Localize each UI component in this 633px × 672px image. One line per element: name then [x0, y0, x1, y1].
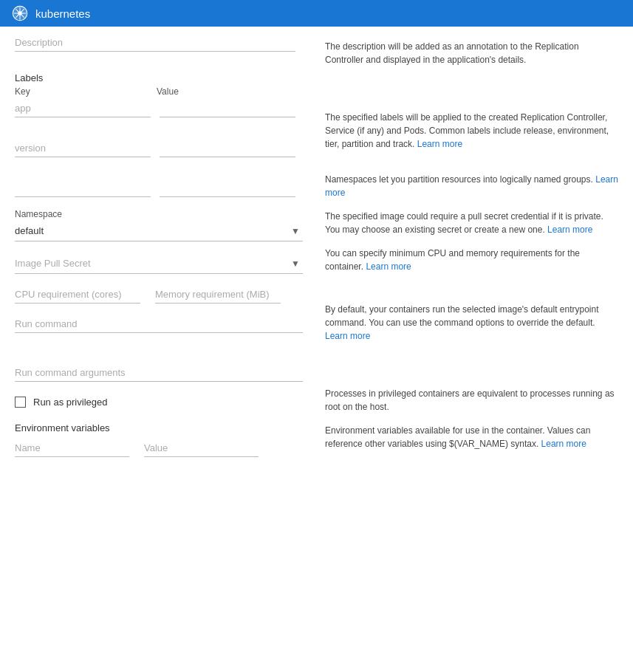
namespace-label: Namespace	[15, 209, 295, 219]
description-info-text: The description will be added as an anno…	[325, 40, 618, 66]
header-title: kubernetes	[35, 7, 90, 20]
label-row-3	[15, 179, 295, 197]
right-panel: The description will be added as an anno…	[310, 27, 633, 481]
image-pull-select-wrapper: Image Pull Secret ▼	[15, 253, 303, 274]
description-group	[15, 34, 295, 64]
label-value-1[interactable]	[160, 100, 295, 117]
run-command-info-text: By default, your containers run the sele…	[325, 303, 618, 343]
pull-secret-info-block: The specified image could require a pull…	[325, 210, 618, 236]
privileged-info-block: Processes in privileged containers are e…	[325, 387, 618, 414]
labels-info-text: The specified labels will be applied to …	[325, 111, 618, 151]
env-vars-section: Environment variables	[15, 422, 295, 457]
run-command-args-section	[15, 342, 295, 382]
label-row-2	[15, 140, 295, 157]
image-pull-secret-select[interactable]: Image Pull Secret	[15, 253, 303, 274]
svg-point-6	[18, 11, 22, 16]
env-vars-info-block: Environment variables available for use …	[325, 424, 618, 450]
cpu-requirement-input[interactable]	[15, 286, 140, 304]
env-vars-learn-more-link[interactable]: Learn more	[541, 439, 586, 449]
env-vars-header: Environment variables	[15, 422, 295, 433]
cpu-mem-learn-more-link[interactable]: Learn more	[366, 261, 411, 272]
env-vars-info-text: Environment variables available for use …	[325, 424, 618, 450]
privileged-info-text: Processes in privileged containers are e…	[325, 387, 618, 414]
kubernetes-logo-icon	[12, 5, 28, 21]
label-key-2[interactable]	[15, 140, 151, 157]
labels-columns-header: Key Value	[15, 86, 295, 97]
image-pull-secret-section: Image Pull Secret ▼	[15, 253, 295, 274]
run-command-section	[15, 315, 295, 333]
labels-value-column-header: Value	[157, 86, 290, 97]
labels-section: Labels Key Value	[15, 72, 295, 197]
label-value-2[interactable]	[160, 140, 295, 157]
run-command-args-input[interactable]	[15, 364, 303, 382]
run-command-info-block: By default, your containers run the sele…	[325, 303, 618, 343]
env-var-name-input[interactable]	[15, 439, 129, 457]
env-vars-row	[15, 439, 295, 457]
run-command-input[interactable]	[15, 315, 303, 333]
run-as-privileged-label: Run as privileged	[33, 397, 107, 408]
namespace-section: Namespace default ▼	[15, 209, 295, 241]
namespace-select[interactable]: default	[15, 221, 303, 241]
labels-key-column-header: Key	[15, 86, 148, 97]
namespace-info-text: Namespaces let you partition resources i…	[325, 173, 618, 199]
memory-requirement-input[interactable]	[155, 286, 281, 304]
run-as-privileged-section: Run as privileged	[15, 397, 295, 408]
cpu-mem-section	[15, 286, 295, 304]
pull-secret-learn-more-link[interactable]: Learn more	[547, 224, 592, 235]
namespace-info-block: Namespaces let you partition resources i…	[325, 173, 618, 199]
labels-learn-more-link[interactable]: Learn more	[417, 139, 462, 149]
description-input[interactable]	[15, 34, 295, 52]
cpu-mem-info-block: You can specify minimum CPU and memory r…	[325, 247, 618, 273]
label-key-3[interactable]	[15, 179, 151, 197]
labels-section-header: Labels	[15, 72, 295, 83]
pull-secret-info-text: The specified image could require a pull…	[325, 210, 618, 236]
left-panel: Labels Key Value Namespace	[0, 27, 310, 481]
label-key-1[interactable]	[15, 100, 151, 117]
description-info-block: The description will be added as an anno…	[325, 40, 618, 66]
app-header: kubernetes	[0, 0, 633, 27]
label-value-3[interactable]	[160, 179, 295, 197]
run-as-privileged-checkbox[interactable]	[15, 397, 26, 408]
cpu-mem-info-text: You can specify minimum CPU and memory r…	[325, 247, 618, 273]
label-row-1	[15, 100, 295, 117]
run-command-learn-more-link[interactable]: Learn more	[325, 331, 370, 341]
namespace-select-wrapper: default ▼	[15, 221, 303, 241]
main-layout: Labels Key Value Namespace	[0, 27, 633, 481]
env-var-value-input[interactable]	[144, 439, 259, 457]
labels-info-block: The specified labels will be applied to …	[325, 111, 618, 151]
